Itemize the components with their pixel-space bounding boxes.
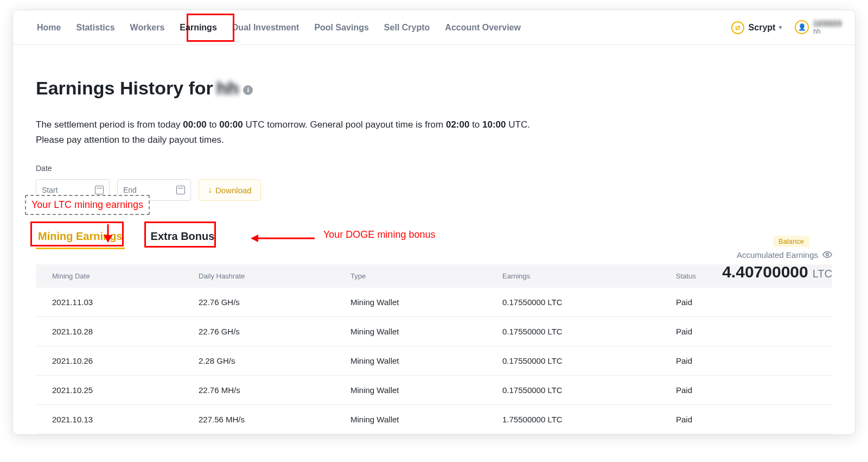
info-icon[interactable]: i [243,85,253,95]
algorithm-label: Scrypt [749,23,776,33]
th-earnings: Earnings [502,272,676,280]
accumulated-earnings-value: 4.40700000 LTC [722,263,832,281]
th-daily-hashrate: Daily Hashrate [199,272,350,280]
nav-sell-crypto[interactable]: Sell Crypto [376,12,437,43]
cell-earn: 1.75500000 LTC [502,415,676,424]
nav-workers[interactable]: Workers [123,12,173,43]
cell-status: Paid [676,327,816,336]
accumulated-earnings-label-row: Accumulated Earnings [737,250,832,260]
date-start-placeholder: Start [42,186,58,194]
annotation-arrow-down [102,224,114,245]
nav-statistics[interactable]: Statistics [68,12,122,43]
svg-point-0 [826,254,829,256]
user-id: 123223 [813,20,842,28]
nav-pool-savings[interactable]: Pool Savings [307,12,376,43]
chevron-down-icon: ▼ [777,24,783,30]
cell-earn: 0.17550000 LTC [502,298,676,307]
main-content: Earnings History for hh i The settlement… [13,45,855,434]
svg-marker-2 [251,235,258,242]
user-avatar-icon: 👤 [795,20,809,34]
table-row: 2021.10.2822.76 GH/sMining Wallet0.17550… [36,317,832,346]
page-title-user: hh [216,78,239,99]
download-icon: ↓ [208,185,212,195]
earnings-table: Mining Date Daily Hashrate Type Earnings… [36,264,832,434]
settlement-description: The settlement period is from today 00:0… [36,117,676,148]
nav-dual-investment[interactable]: Dual Investment [225,12,307,43]
cell-hash: 227.56 MH/s [199,415,350,424]
cell-status: Paid [676,356,816,365]
nav-account-overview[interactable]: Account Overview [437,12,528,43]
accumulated-earnings-label: Accumulated Earnings [737,250,818,260]
cell-hash: 22.76 MH/s [199,385,350,395]
cell-type: Mining Wallet [350,298,502,307]
download-label: Download [215,186,252,195]
cell-status: Paid [676,415,816,424]
cell-date: 2021.10.25 [52,385,199,395]
cell-date: 2021.10.28 [52,327,199,336]
svg-marker-4 [104,235,112,243]
cell-earn: 0.17550000 LTC [502,327,676,336]
cell-date: 2021.10.26 [52,356,199,365]
cell-type: Mining Wallet [350,415,502,424]
th-type: Type [350,272,502,280]
calendar-icon [95,186,104,194]
cell-earn: 0.17550000 LTC [502,385,676,395]
earnings-tabs: Mining Earnings Extra Bonus Your DOGE mi… [36,227,832,245]
cell-type: Mining Wallet [350,356,502,365]
page-title: Earnings History for hh i [36,78,832,99]
cell-status: Paid [676,298,816,307]
cell-type: Mining Wallet [350,327,502,336]
tab-extra-bonus[interactable]: Extra Bonus [149,227,217,245]
page-title-prefix: Earnings History for [36,78,213,99]
cell-hash: 22.76 GH/s [199,327,350,336]
top-nav: Home Statistics Workers Earnings Dual In… [13,10,855,45]
table-row: 2021.10.262.28 GH/sMining Wallet0.175500… [36,346,832,376]
annotation-arrow-left [251,232,316,244]
cell-status: Paid [676,385,816,395]
user-sub: hh [813,28,842,35]
table-row: 2021.10.2522.76 MH/sMining Wallet0.17550… [36,376,832,405]
table-header: Mining Date Daily Hashrate Type Earnings… [36,264,832,288]
eye-icon[interactable] [822,250,832,260]
cell-type: Mining Wallet [350,385,502,395]
table-row: 2021.11.0322.76 GH/sMining Wallet0.17550… [36,288,832,317]
cell-date: 2021.11.03 [52,298,199,307]
nav-home[interactable]: Home [29,12,68,43]
calendar-icon [176,186,185,194]
algorithm-selector[interactable]: ⇄ Scrypt ▼ [731,21,795,34]
date-end-placeholder: End [123,186,137,194]
th-mining-date: Mining Date [52,272,199,280]
cell-earn: 0.17550000 LTC [502,356,676,365]
annotation-doge-text: Your DOGE mining bonus [323,229,435,241]
nav-earnings[interactable]: Earnings [172,12,224,43]
download-button[interactable]: ↓ Download [199,179,261,201]
swap-icon: ⇄ [731,21,744,34]
annotation-ltc-box: Your LTC mining earnings [25,195,150,215]
user-menu[interactable]: 👤 123223 hh [795,20,842,35]
cell-date: 2021.10.13 [52,415,199,424]
cell-hash: 22.76 GH/s [199,298,350,307]
table-row: 2021.10.13227.56 MH/sMining Wallet1.7550… [36,405,832,434]
cell-hash: 2.28 GH/s [199,356,350,365]
date-label: Date [36,164,832,173]
